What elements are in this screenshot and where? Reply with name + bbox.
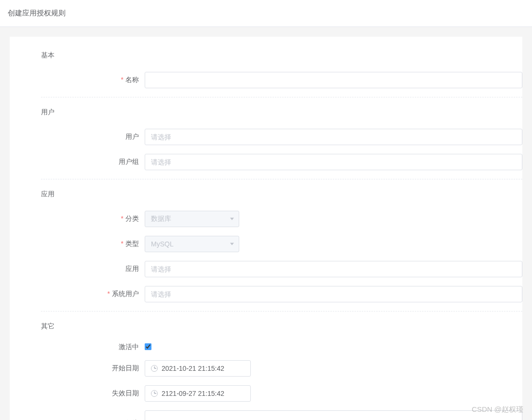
- system-user-select[interactable]: [145, 286, 522, 302]
- label-active: 激活中: [41, 343, 145, 352]
- label-usergroup: 用户组: [41, 158, 145, 166]
- required-icon: *: [121, 76, 123, 83]
- usergroup-select[interactable]: [145, 154, 522, 170]
- expire-date-input[interactable]: 2121-09-27 21:15:42: [145, 385, 251, 402]
- row-category: *分类 数据库: [41, 211, 522, 227]
- section-title-app: 应用: [41, 190, 522, 199]
- label-system-user: *系统用户: [41, 290, 145, 298]
- category-select: 数据库: [145, 211, 239, 227]
- row-expire-date: 失效日期 2121-09-27 21:15:42: [41, 385, 522, 402]
- label-start-date: 开始日期: [41, 364, 145, 373]
- row-system-user: *系统用户: [41, 286, 522, 302]
- section-title-basic: 基本: [41, 51, 522, 60]
- divider: [41, 311, 522, 312]
- application-select[interactable]: [145, 261, 522, 277]
- remark-textarea[interactable]: [145, 410, 522, 420]
- label-type: *类型: [41, 240, 145, 248]
- label-name: *名称: [41, 76, 145, 84]
- row-active: 激活中: [41, 343, 522, 352]
- label-category: *分类: [41, 215, 145, 223]
- clock-icon: [151, 390, 158, 397]
- clock-icon: [151, 365, 158, 372]
- row-name: *名称: [41, 72, 522, 88]
- start-date-input[interactable]: 2021-10-21 21:15:42: [145, 360, 251, 377]
- label-user: 用户: [41, 133, 145, 141]
- page-title: 创建应用授权规则: [8, 9, 524, 18]
- active-checkbox[interactable]: [145, 343, 151, 350]
- row-application: 应用: [41, 261, 522, 277]
- row-start-date: 开始日期 2021-10-21 21:15:42: [41, 360, 522, 377]
- label-expire-date: 失效日期: [41, 389, 145, 398]
- form-container: 基本 *名称 用户 用户 用户组 应用 *分类 数据库: [10, 37, 522, 420]
- divider: [41, 97, 522, 97]
- row-remark: 备注: [41, 410, 522, 420]
- required-icon: *: [121, 215, 123, 222]
- chevron-down-icon: [230, 243, 234, 245]
- chevron-down-icon: [230, 218, 234, 220]
- name-input[interactable]: [145, 72, 522, 88]
- required-icon: *: [108, 290, 110, 298]
- divider: [41, 179, 522, 179]
- type-select: MySQL: [145, 236, 239, 252]
- row-type: *类型 MySQL: [41, 236, 522, 252]
- section-title-other: 其它: [41, 322, 522, 331]
- required-icon: *: [121, 240, 123, 247]
- row-user: 用户: [41, 129, 522, 145]
- label-application: 应用: [41, 265, 145, 273]
- row-usergroup: 用户组: [41, 154, 522, 170]
- section-title-user: 用户: [41, 108, 522, 117]
- page-header: 创建应用授权规则: [0, 0, 532, 27]
- user-select[interactable]: [145, 129, 522, 145]
